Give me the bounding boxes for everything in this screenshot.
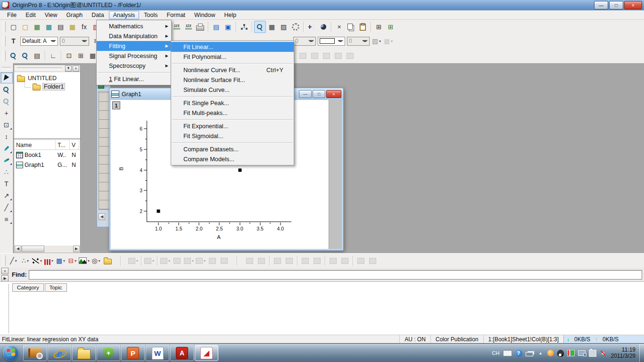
script-window-icon[interactable]: ▨ (278, 21, 289, 33)
template-library-icon[interactable] (102, 255, 114, 267)
mask-tool-2-icon[interactable] (309, 49, 321, 62)
menu-item-nonlinear-curve-fit[interactable]: Nonlinear Curve Fit...Ctrl+Y (171, 65, 294, 75)
screen-reader-tool-icon[interactable]: + (0, 107, 13, 119)
font-size-combo[interactable]: 0 (60, 37, 89, 46)
show-hidden-icons-icon[interactable]: ▲ (537, 349, 544, 357)
cut-icon[interactable]: × (333, 21, 345, 33)
start-button[interactable] (3, 345, 19, 361)
book1-scroll-left-icon[interactable]: ◀ (99, 214, 105, 220)
tab-topic[interactable]: Topic (45, 283, 67, 292)
powerpoint-taskbar-button[interactable]: P (121, 345, 145, 361)
menu-item-fit-sigmoidal[interactable]: Fit Sigmoidal... (171, 131, 294, 141)
network-icon[interactable] (578, 350, 586, 356)
menu-item-simulate-curve[interactable]: Simulate Curve... (171, 85, 294, 95)
copy-icon[interactable] (345, 21, 357, 33)
cluster-tool-icon[interactable]: ∴ (0, 166, 13, 178)
border-width-combo[interactable]: 0 (293, 37, 316, 46)
find-input[interactable] (29, 270, 642, 280)
region-reader-tool-icon[interactable]: ⊡ (0, 119, 13, 131)
menu-item-1-fit-linear[interactable]: 1 Fit Linear... (97, 74, 171, 84)
new-graph-icon[interactable]: ▦ (66, 21, 78, 33)
draw-data-tool-icon[interactable] (0, 143, 13, 154)
toolbar-grip[interactable] (3, 36, 6, 46)
antivirus-shield-taskbar-button[interactable]: + (97, 345, 120, 361)
internet-explorer-taskbar-button[interactable]: e (48, 345, 71, 361)
menu-item-fit-single-peak[interactable]: Fit Single Peak... (171, 98, 294, 108)
column-plot-icon[interactable]: ▾ (43, 255, 55, 267)
stock-monitor-icon[interactable] (567, 350, 575, 356)
mask-tool-5-icon[interactable] (344, 49, 356, 62)
inactive-tool-9-icon[interactable] (244, 255, 256, 267)
menu-item-data-manipulation[interactable]: Data Manipulation▶ (97, 31, 171, 41)
rescale-axes-icon[interactable]: ∟ (47, 49, 59, 62)
zoom-out-tool-icon[interactable] (0, 96, 13, 107)
safely-remove-icon[interactable] (589, 350, 596, 357)
volume-muted-icon[interactable]: ◄ (600, 349, 606, 357)
inactive-tool-15-icon[interactable] (327, 255, 339, 267)
inactive-tool-3-icon[interactable]: ▾ (159, 255, 171, 267)
graph1-minimize-button[interactable]: — (299, 90, 312, 98)
menu-help[interactable]: Help (220, 11, 241, 19)
find-close-icon[interactable]: x (1, 268, 8, 274)
mask-tool-3-icon[interactable] (321, 49, 332, 62)
inactive-tool-12-icon[interactable] (283, 255, 295, 267)
inactive-tool-18-icon[interactable] (367, 255, 379, 267)
show-desktop-button[interactable] (639, 344, 644, 362)
word-taskbar-button[interactable]: W (146, 345, 169, 361)
new-project-icon[interactable]: ▢ (8, 21, 19, 33)
menu-view[interactable]: View (41, 11, 62, 19)
line-plot-icon[interactable]: ╱▾ (8, 255, 19, 267)
menu-analysis[interactable]: Analysis (109, 11, 140, 19)
polar-plot-icon[interactable]: ◎▾ (90, 255, 102, 267)
language-indicator-icon[interactable]: CH (492, 349, 500, 357)
windows-explorer-taskbar-button[interactable] (72, 345, 96, 361)
line-tool-icon[interactable]: ╱ (0, 202, 13, 213)
menu-item-compare-datasets[interactable]: Compare Datasets... (171, 144, 294, 154)
data-selector-tool-icon[interactable]: ↕ (0, 131, 13, 142)
origin-taskbar-button[interactable]: ◢ (195, 345, 218, 361)
layer-1-badge[interactable]: 1 (112, 101, 120, 109)
menu-item-fit-polynomial[interactable]: Fit Polynomial... (171, 52, 294, 62)
keyboard-icon[interactable] (503, 350, 512, 356)
table-row-graph1[interactable]: Graph1G...N (14, 160, 80, 170)
paste-icon[interactable] (357, 21, 369, 33)
horizontal-scrollbar[interactable]: ◀ ▶ (15, 246, 80, 252)
new-sheet-icon[interactable]: ⊞ (385, 21, 396, 33)
menu-graph[interactable]: Graph (62, 11, 87, 19)
fill-pattern-button[interactable]: ▨▾ (371, 35, 382, 47)
inactive-tool-6-icon[interactable]: ▾ (195, 255, 206, 267)
inactive-tool-1-icon[interactable]: ▾ (127, 255, 139, 267)
inactive-tool-8-icon[interactable] (218, 255, 230, 267)
import-single-ascii-icon[interactable]: 123 (171, 21, 182, 33)
line-style-combo[interactable] (318, 37, 345, 46)
scroll-left-icon[interactable]: ◀ (15, 246, 21, 252)
box-plot-icon[interactable]: ⊟▾ (66, 255, 78, 267)
title-bar[interactable]: OriginPro 8 - E:\Origin图谱\UNTITLED - /Fo… (0, 0, 644, 11)
inactive-tool-2-icon[interactable]: ▾ (143, 255, 155, 267)
mask-tool-1-icon[interactable] (297, 49, 309, 62)
close-button[interactable]: × (624, 1, 642, 9)
scatter-plot-icon[interactable]: ∴▾ (19, 255, 31, 267)
window-organizer-icon[interactable] (238, 21, 250, 33)
tree-item-folder1[interactable]: Folder1 (15, 82, 79, 91)
maximize-button[interactable]: □ (609, 1, 623, 9)
menu-window[interactable]: Window (190, 11, 219, 19)
restore-windows-icon[interactable] (526, 352, 533, 356)
menu-item-compare-models[interactable]: Compare Models... (171, 154, 294, 164)
tree-item-untitled[interactable]: UNTITLED (15, 74, 79, 82)
sogou-pinyin-icon[interactable] (547, 350, 554, 356)
inactive-tool-7-icon[interactable] (206, 255, 218, 267)
menu-item-signal-processing[interactable]: Signal Processing▶ (97, 51, 171, 61)
arrow-tool-icon[interactable]: ↗ (0, 190, 13, 201)
menu-file[interactable]: File (3, 11, 21, 19)
graph1-maximize-button[interactable]: □ (313, 90, 325, 98)
help-icon[interactable]: ? (515, 350, 522, 357)
menu-item-fit-linear[interactable]: Fit Linear... (171, 42, 294, 52)
adobe-reader-taskbar-button[interactable]: A (170, 345, 194, 361)
search-dictionary-taskbar-button[interactable] (23, 345, 47, 361)
text-lines-icon[interactable]: ▤ (31, 49, 43, 62)
mask-tool-4-icon[interactable] (332, 49, 344, 62)
print-preview-icon[interactable]: ▤ (210, 21, 222, 33)
font-combo[interactable]: Default: A (20, 37, 58, 46)
duplicate-window-icon[interactable]: ▣ (222, 21, 234, 33)
